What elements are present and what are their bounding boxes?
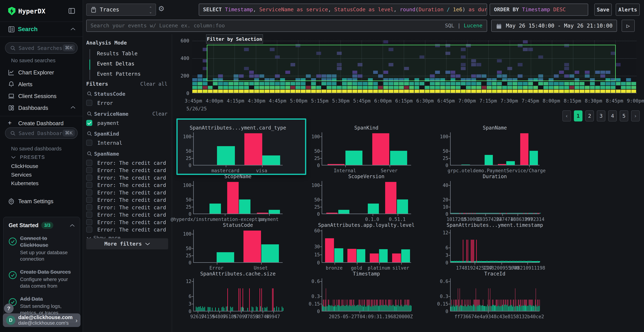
bar[interactable] — [357, 249, 365, 262]
filter-option[interactable]: Error: The credit card … — [86, 204, 168, 212]
saved-searches-input[interactable]: Saved Searches ⌘K — [5, 42, 78, 54]
bar[interactable] — [401, 249, 410, 262]
bar[interactable] — [498, 164, 506, 165]
bar[interactable] — [484, 155, 493, 165]
bar[interactable] — [368, 204, 379, 214]
search-input[interactable]: Search your events w/ Lucene ex. column:… — [86, 20, 487, 32]
spike[interactable] — [272, 288, 273, 311]
sidebar-item-chart-explorer[interactable]: Chart Explorer — [0, 68, 83, 78]
bar[interactable] — [269, 210, 280, 214]
checkbox[interactable] — [86, 190, 92, 196]
preset-item-kubernetes[interactable]: Kubernetes — [11, 180, 38, 186]
bar[interactable] — [370, 254, 379, 262]
filter-option[interactable]: Error: The credit card … — [86, 174, 168, 182]
spike[interactable] — [249, 288, 250, 311]
pagination-next-button[interactable]: › — [631, 110, 640, 122]
bar[interactable] — [239, 200, 250, 214]
preset-item-clickhouse[interactable]: ClickHouse — [11, 163, 38, 169]
bar[interactable] — [338, 210, 350, 214]
order-by-input[interactable]: ORDER BY Timestamp DESC — [490, 4, 588, 16]
filter-option[interactable]: Error: The credit card … — [86, 182, 168, 189]
lang-lucene[interactable]: Lucene — [464, 22, 482, 28]
bar[interactable] — [217, 252, 234, 262]
presets-toggle[interactable]: PRESETS — [11, 154, 45, 160]
spike[interactable] — [460, 288, 460, 311]
bar[interactable] — [348, 249, 356, 262]
spike[interactable] — [471, 240, 471, 262]
bar[interactable] — [334, 248, 343, 262]
analysis-mode-event-deltas[interactable]: Event Deltas — [97, 61, 134, 67]
saved-dashboards-input[interactable]: Saved Dashboards ⌘K — [5, 127, 78, 139]
bar[interactable] — [261, 244, 279, 262]
bar[interactable] — [244, 230, 261, 262]
checkbox[interactable] — [86, 204, 92, 210]
delta-chart-duration[interactable]: Duration40201001017268153000219357420422… — [436, 174, 561, 222]
pagination-page-5[interactable]: 5 — [620, 110, 628, 122]
spike[interactable] — [326, 288, 326, 311]
pagination-page-2[interactable]: 2 — [585, 110, 594, 122]
bar[interactable] — [390, 151, 407, 165]
checkbox[interactable] — [86, 226, 92, 232]
analysis-mode-event-patterns[interactable]: Event Patterns — [97, 71, 140, 77]
pagination-page-4[interactable]: 4 — [608, 110, 617, 122]
filter-option[interactable]: Error — [86, 100, 168, 107]
spike[interactable] — [515, 288, 516, 311]
bar[interactable] — [530, 151, 538, 165]
spike[interactable] — [472, 240, 472, 262]
bar[interactable] — [397, 200, 408, 214]
get-started-item[interactable]: Add DataStart sending logs, metrics, or … — [8, 296, 75, 316]
filter-option[interactable]: Error: The credit card … — [86, 219, 168, 226]
bar[interactable] — [217, 146, 235, 165]
delta-chart-traceid[interactable]: TraceId0.60.30.150ff736674e4a9348c43e815… — [436, 271, 561, 320]
heatmap-selection-box[interactable] — [207, 45, 616, 81]
preset-item-services[interactable]: Services — [11, 172, 32, 178]
spike[interactable] — [238, 288, 239, 311]
delta-chart-spanattributes-yment-timestamp[interactable]: SpanAttributes...yment.timestamp12630174… — [436, 222, 561, 271]
bar[interactable] — [326, 213, 338, 214]
pagination-page-3[interactable]: 3 — [597, 110, 605, 122]
delta-chart-statuscode[interactable]: StatusCode10050250ErrorUnset — [179, 222, 304, 271]
filter-by-selection-button[interactable]: Filter by Selection — [206, 34, 263, 44]
checkbox[interactable] — [86, 120, 92, 126]
delta-chart-spankind[interactable]: SpanKind10050250InternalServer — [307, 125, 432, 174]
checkbox[interactable] — [86, 182, 92, 188]
bar[interactable] — [227, 182, 239, 214]
delta-chart-scopeversion[interactable]: ScopeVersion100502500.1.00.51.1 — [307, 174, 432, 222]
sidebar-item-client-sessions[interactable]: Client Sessions — [0, 91, 83, 102]
source-selector[interactable]: Traces ⌃⌄ — [86, 4, 156, 16]
spike[interactable] — [476, 240, 477, 262]
spike[interactable] — [476, 288, 476, 311]
save-button[interactable]: Save — [594, 4, 612, 16]
delta-chart-spanattributes-yment-card-type[interactable]: SpanAttributes...yment.card_type10050250… — [179, 125, 304, 174]
checkbox[interactable] — [86, 174, 92, 181]
spike[interactable] — [242, 288, 243, 311]
get-started-item[interactable]: Create Data SourcesConfigure where your … — [8, 268, 75, 289]
source-settings-gear-icon[interactable]: ⚙ — [158, 5, 165, 12]
spike[interactable] — [466, 240, 467, 262]
spike[interactable] — [261, 288, 262, 311]
sidebar-item-dashboards[interactable]: Dashboards — [0, 103, 83, 114]
spike[interactable] — [472, 240, 473, 262]
spike[interactable] — [468, 240, 468, 262]
pagination-prev-button[interactable]: ‹ — [562, 110, 571, 122]
filter-option[interactable]: Error: The credit card … — [86, 167, 168, 174]
checkbox[interactable] — [86, 140, 92, 146]
delta-chart-scopename[interactable]: ScopeName10050250@hyperdx/instrumentatio… — [179, 174, 304, 222]
checkbox[interactable] — [86, 100, 92, 106]
bar[interactable] — [392, 254, 401, 262]
sidebar-item-team-settings[interactable]: Team Settings — [0, 196, 83, 207]
run-query-button[interactable]: ▷ — [622, 20, 635, 32]
delta-chart-spanname[interactable]: SpanName10050250grpc.oteldemo.PaymentSer… — [436, 125, 561, 174]
analysis-mode-results-table[interactable]: Results Table — [97, 50, 138, 56]
bar[interactable] — [372, 133, 389, 165]
bar[interactable] — [328, 164, 344, 165]
bar[interactable] — [385, 182, 396, 214]
filter-option[interactable]: Error: The credit card … — [86, 226, 168, 234]
spike[interactable] — [474, 240, 474, 262]
filter-option[interactable]: Error: The credit card … — [86, 211, 168, 219]
checkbox[interactable] — [86, 160, 92, 166]
spike[interactable] — [488, 288, 488, 311]
alerts-button[interactable]: Alerts — [616, 4, 640, 16]
bar[interactable] — [506, 161, 515, 165]
spike[interactable] — [273, 288, 274, 311]
